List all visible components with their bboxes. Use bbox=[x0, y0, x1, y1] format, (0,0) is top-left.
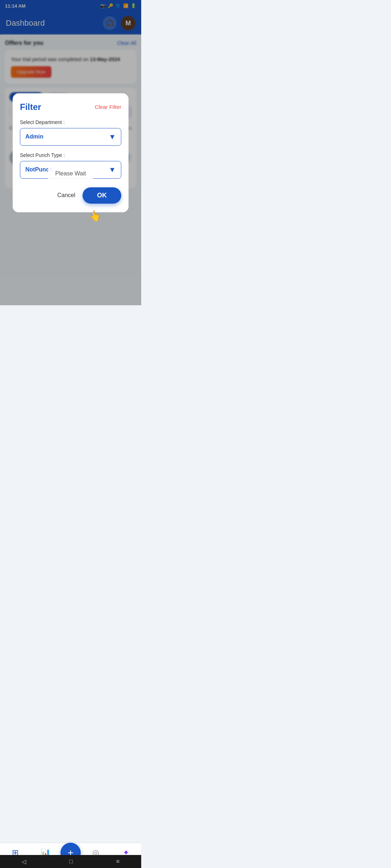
modal-title: Filter bbox=[20, 102, 41, 112]
modal-overlay: Filter Clear Filter Select Department : … bbox=[0, 0, 141, 305]
ok-button[interactable]: OK bbox=[83, 187, 121, 204]
cancel-button[interactable]: Cancel bbox=[57, 192, 75, 199]
department-value: Admin bbox=[25, 133, 43, 140]
clear-filter-button[interactable]: Clear Filter bbox=[95, 104, 121, 110]
modal-header: Filter Clear Filter bbox=[20, 102, 121, 112]
modal-footer: Cancel OK bbox=[20, 187, 121, 204]
department-label: Select Department : bbox=[20, 119, 121, 125]
punch-type-field: Select Punch Type : NotPunch ▼ Please Wa… bbox=[20, 152, 121, 179]
department-dropdown-arrow: ▼ bbox=[109, 133, 116, 141]
department-field: Select Department : Admin ▼ bbox=[20, 119, 121, 146]
punch-type-label: Select Punch Type : bbox=[20, 152, 121, 158]
please-wait-overlay: Please Wait bbox=[48, 167, 93, 180]
department-dropdown[interactable]: Admin ▼ bbox=[20, 128, 121, 146]
filter-modal: Filter Clear Filter Select Department : … bbox=[13, 93, 129, 212]
punch-type-dropdown-arrow: ▼ bbox=[109, 166, 116, 174]
